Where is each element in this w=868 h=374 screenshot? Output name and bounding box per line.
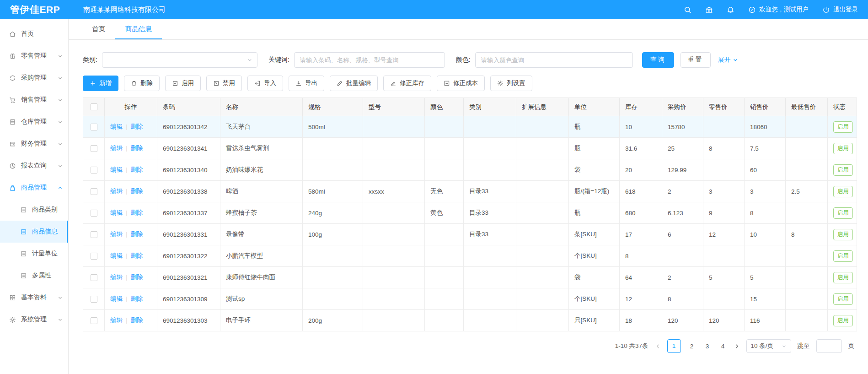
batch-edit-button[interactable]: 批量编辑: [330, 76, 378, 91]
welcome-user[interactable]: 欢迎您，测试用户: [748, 5, 809, 14]
sidebar-item-basic-data[interactable]: 基本资料: [0, 287, 68, 309]
search-button[interactable]: 查询: [642, 52, 674, 68]
enable-button[interactable]: 启用: [165, 76, 201, 91]
row-checkbox[interactable]: [91, 253, 97, 260]
edit-link[interactable]: 编辑: [110, 209, 123, 216]
chevron-down-icon: [58, 76, 63, 81]
cell-sale: 3: [745, 181, 786, 202]
delete-link[interactable]: 删除: [131, 123, 143, 130]
tab-home[interactable]: 首页: [82, 19, 115, 39]
delete-link[interactable]: 删除: [131, 252, 143, 259]
row-checkbox[interactable]: [91, 274, 97, 281]
cell-model: [363, 224, 425, 245]
import-button[interactable]: 导入: [247, 76, 283, 91]
edit-link[interactable]: 编辑: [110, 231, 123, 238]
row-checkbox[interactable]: [91, 124, 97, 130]
row-checkbox[interactable]: [91, 210, 97, 217]
row-checkbox[interactable]: [91, 167, 97, 173]
disable-button[interactable]: 禁用: [206, 76, 242, 91]
cart-icon: [9, 97, 16, 103]
sidebar-item-purchase[interactable]: 采购管理: [0, 67, 68, 89]
bell-icon[interactable]: [727, 6, 734, 14]
delete-link[interactable]: 删除: [131, 145, 143, 152]
home-icon: [9, 31, 16, 38]
sidebar-item-home[interactable]: 首页: [0, 23, 68, 45]
row-checkbox[interactable]: [91, 188, 97, 195]
edit-link[interactable]: 编辑: [110, 274, 123, 281]
next-page-icon[interactable]: [734, 343, 740, 349]
delete-button[interactable]: 删除: [124, 76, 160, 91]
page-size-select[interactable]: 10 条/页: [746, 339, 791, 353]
logout-button[interactable]: 退出登录: [822, 5, 858, 14]
select-all-checkbox[interactable]: [91, 103, 97, 110]
bank-icon[interactable]: [705, 6, 713, 14]
delete-link[interactable]: 删除: [131, 188, 143, 195]
sidebar-item-product-info[interactable]: 商品信息: [0, 221, 68, 243]
sidebar-item-retail[interactable]: 零售管理: [0, 45, 68, 67]
delete-label: 删除: [140, 79, 153, 87]
edit-link[interactable]: 编辑: [110, 123, 123, 130]
cell-status: 启用: [828, 138, 857, 159]
category-select[interactable]: [102, 52, 257, 68]
header-model: 型号: [363, 98, 425, 116]
delete-link[interactable]: 删除: [131, 274, 143, 281]
cell-unit: 袋: [569, 159, 620, 181]
page-1[interactable]: 1: [667, 339, 681, 353]
delete-link[interactable]: 删除: [131, 166, 143, 173]
expand-toggle[interactable]: 展开: [718, 56, 738, 64]
keyword-input[interactable]: [294, 52, 445, 68]
export-button[interactable]: 导出: [289, 76, 324, 91]
sidebar-item-label: 商品管理: [21, 184, 47, 192]
sidebar-item-units[interactable]: 计量单位: [0, 243, 68, 265]
sidebar-item-products[interactable]: 商品管理: [0, 177, 68, 199]
op-separator: |: [126, 274, 128, 281]
page-4[interactable]: 4: [718, 343, 728, 350]
company-name: 南通某某网络科技有限公司: [83, 5, 166, 14]
list-icon: [20, 228, 27, 235]
prev-page-icon[interactable]: [655, 343, 661, 349]
page-size-value: 10 条/页: [751, 342, 774, 350]
jump-page-input[interactable]: [816, 339, 842, 353]
delete-link[interactable]: 删除: [131, 295, 143, 302]
sidebar-item-system[interactable]: 系统管理: [0, 309, 68, 331]
table-row: 编辑|删除 6901236301331 录像带 100g 目录33 条[SKU]…: [83, 224, 857, 245]
page-3[interactable]: 3: [703, 343, 712, 350]
grid-icon: [9, 294, 16, 301]
sidebar-item-multi-attr[interactable]: 多属性: [0, 265, 68, 287]
header-actions: 操作: [105, 98, 157, 116]
delete-link[interactable]: 删除: [131, 317, 143, 324]
edit-link[interactable]: 编辑: [110, 317, 123, 324]
cell-retail: [703, 159, 745, 181]
delete-link[interactable]: 删除: [131, 231, 143, 238]
row-checkbox[interactable]: [91, 231, 97, 238]
tab-product-info[interactable]: 商品信息: [115, 19, 162, 39]
edit-link[interactable]: 编辑: [110, 252, 123, 259]
cell-checkbox: [83, 138, 105, 159]
cell-status: 启用: [828, 267, 857, 288]
add-button[interactable]: 新增: [83, 76, 118, 91]
cell-actions: 编辑|删除: [105, 245, 157, 267]
cell-checkbox: [83, 310, 105, 331]
search-icon[interactable]: [684, 6, 691, 14]
edit-link[interactable]: 编辑: [110, 166, 123, 173]
fix-stock-button[interactable]: 修正库存: [383, 76, 431, 91]
delete-link[interactable]: 删除: [131, 209, 143, 216]
edit-link[interactable]: 编辑: [110, 145, 123, 152]
cell-purchase: 6: [662, 224, 703, 245]
sidebar-item-warehouse[interactable]: 仓库管理: [0, 111, 68, 133]
enable-label: 启用: [182, 79, 194, 87]
row-checkbox[interactable]: [91, 317, 97, 324]
sidebar-item-product-category[interactable]: 商品类别: [0, 199, 68, 221]
edit-link[interactable]: 编辑: [110, 188, 123, 195]
sidebar-item-sales[interactable]: 销售管理: [0, 89, 68, 111]
color-input[interactable]: [475, 52, 633, 68]
reset-button[interactable]: 重置: [680, 52, 711, 68]
edit-link[interactable]: 编辑: [110, 295, 123, 302]
row-checkbox[interactable]: [91, 145, 97, 152]
fix-cost-button[interactable]: 修正成本: [437, 76, 485, 91]
row-checkbox[interactable]: [91, 296, 97, 303]
column-settings-button[interactable]: 列设置: [490, 76, 532, 91]
sidebar-item-reports[interactable]: 报表查询: [0, 155, 68, 177]
sidebar-item-finance[interactable]: 财务管理: [0, 133, 68, 155]
page-2[interactable]: 2: [687, 343, 697, 350]
